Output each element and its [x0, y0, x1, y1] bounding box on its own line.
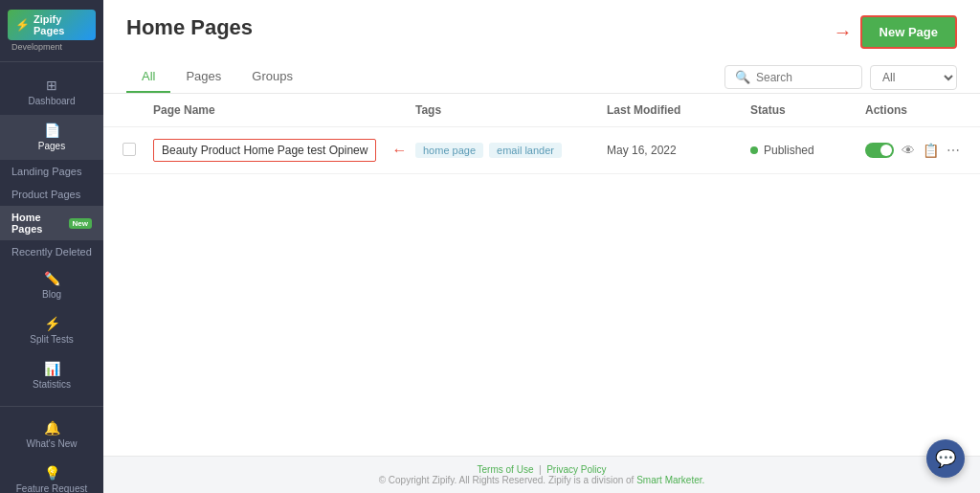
- filter-select[interactable]: All Published Draft Archived: [870, 65, 957, 90]
- sidebar-item-whats-new-label: What's New: [26, 438, 77, 450]
- blog-icon: ✏️: [44, 271, 60, 286]
- col-page-name: Page Name: [153, 103, 415, 117]
- col-checkbox: [122, 103, 153, 117]
- chat-button[interactable]: 💬: [926, 439, 965, 478]
- status-text: Published: [764, 144, 814, 157]
- actions-cell: 👁 📋 ⋯: [865, 143, 961, 158]
- table-header: Page Name Tags Last Modified Status Acti…: [103, 94, 980, 127]
- sidebar-item-feature-request[interactable]: 💡 Feature Request: [0, 458, 103, 493]
- tabs-actions: 🔍 All Published Draft Archived: [724, 65, 957, 90]
- sidebar-item-feature-request-label: Feature Request: [16, 483, 88, 493]
- tag-home-page[interactable]: home page: [415, 143, 483, 158]
- logo-badge: ⚡ Zipify Pages: [8, 10, 96, 40]
- split-tests-icon: ⚡: [44, 316, 60, 331]
- sidebar-item-dashboard[interactable]: ⊞ Dashboard: [0, 70, 103, 115]
- copy-icon[interactable]: 📋: [923, 143, 939, 158]
- tag-email-lander[interactable]: email lander: [489, 143, 562, 158]
- privacy-link[interactable]: Privacy Policy: [546, 464, 606, 475]
- sidebar-item-statistics-label: Statistics: [33, 379, 71, 391]
- sidebar-item-product-pages[interactable]: Product Pages: [0, 183, 103, 206]
- sidebar-item-landing-pages[interactable]: Landing Pages: [0, 160, 103, 183]
- header-top: Home Pages → New Page: [126, 15, 957, 54]
- col-actions: Actions: [865, 103, 961, 117]
- more-actions-icon[interactable]: ⋯: [947, 143, 960, 158]
- arrow-container: → New Page: [834, 15, 957, 49]
- status-dot: [750, 146, 758, 154]
- company-link[interactable]: Smart Marketer.: [636, 475, 704, 485]
- sidebar-item-pages[interactable]: 📄 Pages: [0, 115, 103, 160]
- sidebar-item-dashboard-label: Dashboard: [29, 96, 76, 107]
- sidebar-sub-nav: Landing Pages Product Pages Home Pages N…: [0, 160, 103, 263]
- row-red-arrow: ←: [391, 142, 407, 159]
- search-input[interactable]: [756, 71, 852, 84]
- tabs-row: All Pages Groups 🔍 All Published Draft A…: [126, 61, 957, 93]
- tabs: All Pages Groups: [126, 61, 308, 93]
- toggle-published[interactable]: [865, 143, 894, 158]
- statistics-icon: 📊: [44, 361, 60, 376]
- col-tags: Tags: [415, 103, 607, 117]
- row-checkbox[interactable]: [122, 143, 136, 156]
- toggle-knob: [880, 145, 892, 156]
- sidebar: ⚡ Zipify Pages Development ⊞ Dashboard 📄…: [0, 0, 103, 493]
- content-area: Page Name Tags Last Modified Status Acti…: [103, 94, 980, 456]
- table-row: Beauty Product Home Page test Opinew ← h…: [103, 127, 980, 174]
- new-badge: New: [69, 218, 92, 229]
- pages-icon: 📄: [44, 123, 60, 138]
- sidebar-nav: ⊞ Dashboard 📄 Pages Landing Pages Produc…: [0, 62, 103, 406]
- tab-groups[interactable]: Groups: [236, 61, 308, 93]
- sidebar-item-home-pages[interactable]: Home Pages New: [0, 206, 103, 240]
- tags-cell: home page email lander: [415, 143, 607, 158]
- new-page-button[interactable]: New Page: [860, 15, 957, 49]
- home-pages-label: Home Pages: [11, 212, 65, 235]
- logo-text: Zipify Pages: [33, 13, 88, 36]
- sidebar-item-split-tests-label: Split Tests: [30, 334, 73, 346]
- main-header: Home Pages → New Page All Pages Groups 🔍…: [103, 0, 980, 94]
- status-cell: Published: [750, 144, 865, 157]
- search-box[interactable]: 🔍: [724, 65, 862, 89]
- sidebar-item-statistics[interactable]: 📊 Statistics: [0, 353, 103, 398]
- logo-icon: ⚡: [15, 18, 30, 32]
- preview-icon[interactable]: 👁: [902, 143, 915, 158]
- col-last-modified: Last Modified: [607, 103, 750, 117]
- product-pages-label: Product Pages: [11, 189, 80, 200]
- whats-new-icon: 🔔: [44, 420, 60, 436]
- sidebar-item-split-tests[interactable]: ⚡ Split Tests: [0, 308, 103, 353]
- main-content: Home Pages → New Page All Pages Groups 🔍…: [103, 0, 980, 493]
- sidebar-bottom: 🔔 What's New 💡 Feature Request ⚙️ More A…: [0, 406, 103, 493]
- sidebar-item-whats-new[interactable]: 🔔 What's New: [0, 413, 103, 458]
- recently-deleted-label: Recently Deleted: [11, 246, 92, 258]
- search-icon: 🔍: [735, 70, 750, 84]
- sidebar-item-blog[interactable]: ✏️ Blog: [0, 263, 103, 308]
- app-logo: ⚡ Zipify Pages Development: [0, 0, 103, 62]
- page-name-link[interactable]: Beauty Product Home Page test Opinew: [153, 139, 376, 162]
- tab-pages[interactable]: Pages: [170, 61, 236, 93]
- sidebar-item-pages-label: Pages: [38, 141, 65, 152]
- feature-request-icon: 💡: [44, 465, 60, 481]
- page-title: Home Pages: [126, 15, 253, 40]
- landing-pages-label: Landing Pages: [11, 166, 81, 177]
- terms-link[interactable]: Terms of Use: [478, 464, 534, 475]
- row-checkbox-cell: [122, 143, 153, 159]
- sidebar-item-recently-deleted[interactable]: Recently Deleted: [0, 240, 103, 263]
- dashboard-icon: ⊞: [46, 78, 57, 93]
- col-status: Status: [750, 103, 865, 117]
- page-name-cell: Beauty Product Home Page test Opinew ←: [153, 139, 415, 162]
- sidebar-item-blog-label: Blog: [42, 289, 61, 301]
- table: Page Name Tags Last Modified Status Acti…: [103, 94, 980, 174]
- date-cell: May 16, 2022: [607, 144, 750, 157]
- red-arrow-new-page: →: [834, 21, 853, 43]
- copyright-text: © Copyright Zipify. All Rights Reserved.…: [379, 475, 635, 485]
- tab-all[interactable]: All: [126, 61, 170, 93]
- logo-env: Development: [8, 42, 96, 52]
- footer: Terms of Use | Privacy Policy © Copyrigh…: [103, 456, 980, 493]
- chat-icon: 💬: [935, 448, 956, 469]
